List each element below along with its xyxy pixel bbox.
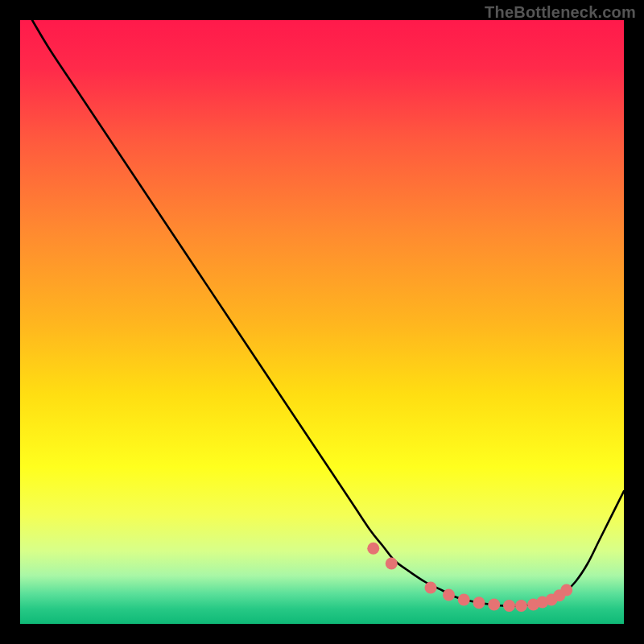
marker-dot <box>503 600 515 612</box>
plot-area <box>20 20 624 624</box>
marker-dot <box>473 597 485 609</box>
marker-dot <box>367 543 379 555</box>
marker-dot <box>386 558 398 570</box>
chart-frame: TheBottleneck.com <box>0 0 644 644</box>
marker-dot <box>425 582 437 594</box>
watermark-text: TheBottleneck.com <box>485 3 636 22</box>
marker-dot <box>458 594 470 606</box>
marker-dot <box>515 600 527 612</box>
marker-dot <box>560 584 572 597</box>
bottleneck-curve <box>32 20 624 606</box>
curve-layer <box>20 20 624 624</box>
marker-dot <box>443 589 455 601</box>
marker-dot <box>488 599 500 611</box>
